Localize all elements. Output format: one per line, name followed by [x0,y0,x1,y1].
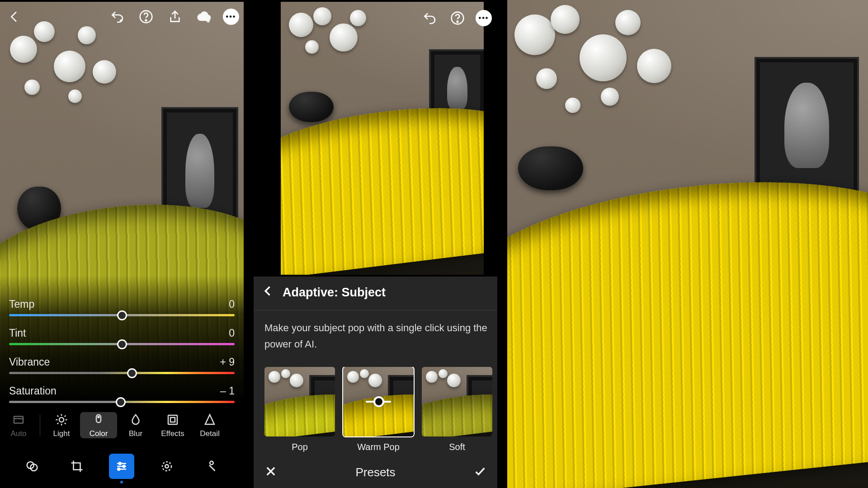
svg-point-12 [162,462,171,471]
tool-strip [0,447,244,485]
slider-vibrance[interactable]: Vibrance + 9 [9,356,235,374]
confirm-icon[interactable] [474,465,486,479]
presets-panel: ••• Adaptive: Subject Make your subject … [254,0,497,488]
mode-effects[interactable]: Effects [154,412,191,438]
mode-label: Detail [200,429,219,438]
slider-value: + 9 [220,356,235,368]
back-icon[interactable] [262,285,274,300]
svg-point-4 [98,416,99,418]
panel-title: Adaptive: Subject [283,286,386,300]
mode-light[interactable]: Light [43,412,80,438]
mode-label: Light [53,429,70,438]
slider-tint[interactable]: Tint 0 [9,327,235,345]
undo-icon[interactable] [107,7,127,27]
svg-point-11 [118,468,120,470]
preview-photo-2 [281,2,484,275]
auto-icon [11,412,26,427]
mode-blur[interactable]: Blur [117,412,154,438]
detail-icon [202,412,217,427]
preset-warm-pop[interactable]: Warm Pop [343,367,414,452]
cloud-add-icon[interactable] [194,7,214,27]
svg-rect-2 [14,417,23,423]
color-icon [91,412,106,427]
mode-detail[interactable]: Detail [191,412,228,438]
svg-rect-5 [168,415,177,424]
blur-icon [128,412,143,427]
help-icon[interactable] [136,7,156,27]
slider-value: – 1 [220,385,235,397]
slider-temp[interactable]: Temp 0 [9,298,235,316]
slider-label: Saturation [9,385,57,397]
slider-value: 0 [229,327,235,339]
adjust-icon[interactable] [109,454,134,479]
slider-label: Temp [9,298,34,310]
svg-rect-14 [209,460,214,465]
preset-soft[interactable]: Soft [422,367,492,452]
panel-description: Make your subject pop with a single clic… [264,320,488,353]
crop-icon[interactable] [64,454,90,479]
more-icon[interactable]: ••• [223,9,239,25]
bottom-title: Presets [355,465,395,479]
svg-point-1 [146,20,147,21]
help-icon[interactable] [448,8,467,28]
mode-strip: Auto Light Color Blur Effects Detail [0,407,244,444]
svg-point-3 [59,418,64,422]
close-icon[interactable] [264,465,277,479]
mode-label: Auto [11,429,27,438]
preset-label: Warm Pop [357,442,400,452]
mode-label: Effects [161,429,184,438]
more-icon[interactable]: ••• [476,10,492,26]
share-icon[interactable] [165,7,185,27]
svg-point-13 [165,465,169,468]
editor-color-panel: ••• Temp 0 Tint 0 Vibrance + 9 Saturatio… [0,0,244,488]
slider-label: Tint [9,327,26,339]
result-photo [507,0,868,488]
slider-value: 0 [229,298,235,310]
svg-point-9 [119,462,121,465]
mode-label: Color [90,429,108,438]
preset-pop[interactable]: Pop [264,367,335,452]
amount-slider-icon[interactable] [366,401,391,403]
preset-label: Pop [292,442,308,452]
mode-auto[interactable]: Auto [0,412,37,438]
masking-icon[interactable] [154,454,179,479]
slider-saturation[interactable]: Saturation – 1 [9,385,235,403]
svg-point-10 [123,465,125,468]
result-photo-panel [507,0,868,488]
mode-label: Blur [129,429,142,438]
preset-label: Soft [449,442,465,452]
mode-color[interactable]: Color [80,412,117,438]
undo-icon[interactable] [420,8,439,28]
light-icon [54,412,69,427]
svg-point-16 [457,21,458,23]
svg-rect-6 [170,418,175,422]
filters-icon[interactable] [19,454,45,479]
effects-icon [165,412,180,427]
slider-label: Vibrance [9,356,50,368]
healing-icon[interactable] [199,454,224,479]
back-icon[interactable] [5,7,24,27]
preset-thumbs: Pop Warm Pop Soft [264,367,497,452]
